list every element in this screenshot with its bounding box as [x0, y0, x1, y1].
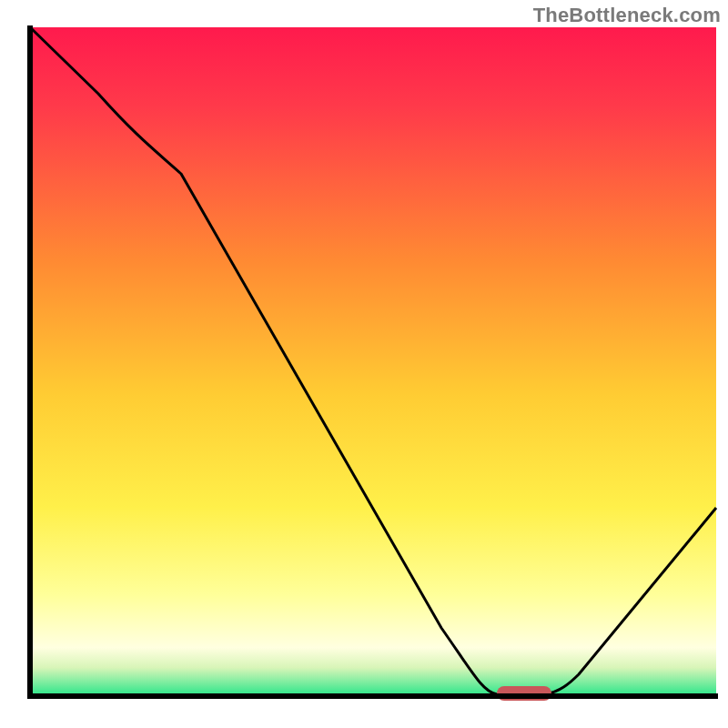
gradient-background [30, 27, 716, 694]
plot-area [30, 25, 718, 701]
bottleneck-chart [0, 0, 728, 728]
